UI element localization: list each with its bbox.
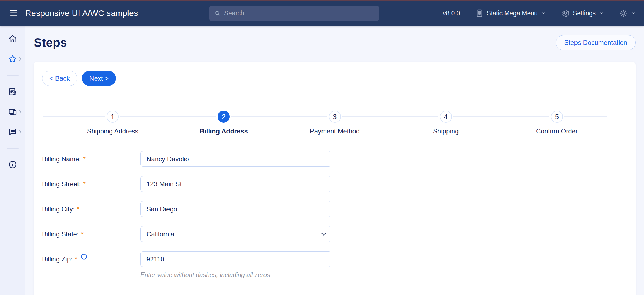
billing-name-field bbox=[140, 151, 331, 167]
sidebar-item-feedback[interactable] bbox=[0, 125, 25, 139]
step-number-badge: 2 bbox=[218, 111, 230, 123]
select-value: California bbox=[146, 230, 174, 238]
chevron-down-icon bbox=[631, 10, 636, 16]
mega-menu-label: Static Mega Menu bbox=[487, 10, 538, 17]
billing-zip-field: Enter value without dashes, including al… bbox=[140, 251, 331, 279]
chevron-down-icon bbox=[320, 231, 327, 238]
billing-name-input[interactable] bbox=[140, 151, 331, 167]
billing-city-input[interactable] bbox=[140, 201, 331, 217]
billing-street-input[interactable] bbox=[140, 176, 331, 192]
app-header: Responsive UI A/WC samples v8.0.0 Static… bbox=[0, 1, 644, 26]
sidebar-item-release-notes[interactable] bbox=[0, 84, 25, 99]
billing-city-field bbox=[140, 201, 331, 217]
step-label: Shipping bbox=[433, 127, 459, 135]
info-icon[interactable] bbox=[80, 253, 87, 260]
step-label: Confirm Order bbox=[536, 127, 578, 135]
sidebar-item-samples[interactable] bbox=[0, 105, 25, 119]
hamburger-menu-button[interactable] bbox=[8, 7, 20, 19]
required-asterisk: * bbox=[83, 180, 85, 188]
field-label-text: Billing State: bbox=[42, 230, 79, 238]
form-row-billing-state: Billing State:*California bbox=[42, 226, 628, 242]
version-label: v8.0.0 bbox=[443, 10, 460, 17]
sidebar-item-about[interactable] bbox=[0, 157, 25, 172]
billing-zip-input[interactable] bbox=[140, 251, 331, 267]
billing-street-field bbox=[140, 176, 331, 192]
field-label-text: Billing Street: bbox=[42, 180, 81, 188]
theme-toggle-button[interactable] bbox=[619, 9, 636, 18]
next-button[interactable]: Next > bbox=[82, 71, 116, 86]
form-row-billing-street: Billing Street:* bbox=[42, 176, 628, 192]
step-number-badge: 4 bbox=[440, 111, 452, 123]
step-number-badge: 5 bbox=[551, 111, 563, 123]
billing-state-label: Billing State:* bbox=[42, 226, 140, 242]
page-title: Steps bbox=[34, 36, 67, 50]
search-input[interactable] bbox=[224, 10, 374, 17]
wizard-step-2[interactable]: 2Billing Address bbox=[168, 111, 279, 135]
step-label: Billing Address bbox=[200, 127, 248, 135]
back-button[interactable]: < Back bbox=[42, 71, 77, 86]
settings-label: Settings bbox=[573, 10, 596, 17]
sidebar-divider bbox=[7, 75, 19, 76]
wizard-step-1[interactable]: 1Shipping Address bbox=[57, 111, 168, 135]
home-icon bbox=[8, 34, 17, 43]
chat-icon bbox=[8, 127, 17, 136]
info-icon bbox=[8, 160, 17, 169]
billing-street-label: Billing Street:* bbox=[42, 176, 140, 192]
field-helper-text: Enter value without dashes, including al… bbox=[140, 271, 331, 279]
billing-city-label: Billing City:* bbox=[42, 201, 140, 217]
main-content: Steps Steps Documentation < Back Next > … bbox=[25, 26, 644, 295]
devices-icon bbox=[8, 107, 17, 116]
step-number-badge: 3 bbox=[329, 111, 341, 123]
form-row-billing-zip: Billing Zip:*Enter value without dashes,… bbox=[42, 251, 628, 279]
chevron-down-icon bbox=[599, 10, 604, 16]
sun-icon bbox=[619, 9, 628, 18]
wizard-step-3[interactable]: 3Payment Method bbox=[279, 111, 390, 135]
field-label-text: Billing Zip: bbox=[42, 255, 73, 263]
field-label-text: Billing Name: bbox=[42, 155, 81, 163]
field-label-text: Billing City: bbox=[42, 205, 75, 213]
app-title: Responsive UI A/WC samples bbox=[25, 9, 138, 18]
search-icon bbox=[214, 10, 221, 17]
billing-name-label: Billing Name:* bbox=[42, 151, 140, 167]
chevron-right-icon bbox=[17, 129, 23, 135]
required-asterisk: * bbox=[77, 205, 79, 213]
global-search[interactable] bbox=[209, 6, 379, 21]
document-refresh-icon bbox=[8, 87, 17, 96]
steps-documentation-button[interactable]: Steps Documentation bbox=[556, 35, 636, 50]
chevron-right-icon bbox=[17, 109, 23, 115]
sidebar bbox=[0, 26, 25, 295]
mega-menu-button[interactable]: Static Mega Menu bbox=[475, 9, 546, 18]
wizard-step-4[interactable]: 4Shipping bbox=[390, 111, 501, 135]
sidebar-item-home[interactable] bbox=[0, 32, 25, 46]
wizard-step-5[interactable]: 5Confirm Order bbox=[501, 111, 612, 135]
billing-form: Billing Name:*Billing Street:*Billing Ci… bbox=[42, 151, 628, 279]
billing-zip-label: Billing Zip:* bbox=[42, 251, 140, 267]
sidebar-divider bbox=[7, 148, 19, 149]
steps-card: < Back Next > 1Shipping Address2Billing … bbox=[34, 62, 636, 295]
step-label: Shipping Address bbox=[87, 127, 138, 135]
form-row-billing-name: Billing Name:* bbox=[42, 151, 628, 167]
required-asterisk: * bbox=[81, 230, 83, 238]
step-label: Payment Method bbox=[310, 127, 360, 135]
step-number-badge: 1 bbox=[107, 111, 119, 123]
gear-icon bbox=[561, 9, 570, 18]
settings-button[interactable]: Settings bbox=[561, 9, 604, 18]
required-asterisk: * bbox=[83, 155, 85, 163]
billing-state-field: California bbox=[140, 226, 331, 242]
chevron-right-icon bbox=[17, 56, 23, 62]
hamburger-icon bbox=[9, 8, 18, 18]
billing-state-select[interactable]: California bbox=[140, 226, 331, 242]
sidebar-item-favorites[interactable] bbox=[0, 52, 25, 66]
window-grid-icon bbox=[475, 9, 484, 18]
step-indicator: 1Shipping Address2Billing Address3Paymen… bbox=[42, 111, 628, 135]
required-asterisk: * bbox=[75, 255, 77, 263]
form-row-billing-city: Billing City:* bbox=[42, 201, 628, 217]
chevron-down-icon bbox=[541, 10, 546, 16]
star-icon bbox=[8, 54, 17, 64]
